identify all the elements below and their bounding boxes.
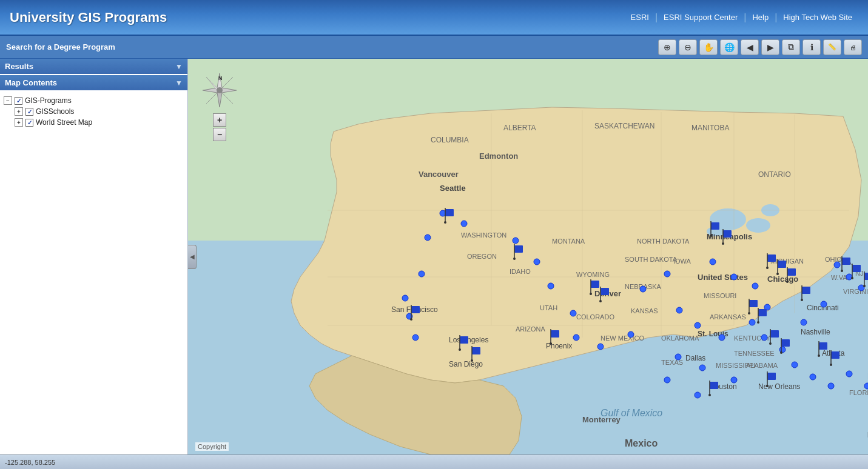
esri-link[interactable]: ESRI (625, 13, 655, 22)
globe-button[interactable]: 🌐 (720, 39, 738, 55)
wsm-checkbox[interactable] (25, 119, 33, 127)
help-link[interactable]: Help (746, 13, 775, 22)
marker-dot[interactable] (461, 221, 467, 227)
marker-dot[interactable] (834, 262, 840, 268)
results-label: Results (5, 62, 33, 71)
marker-dot[interactable] (752, 283, 758, 289)
marker-dot[interactable] (695, 392, 701, 398)
marker-dot[interactable] (513, 238, 519, 244)
tree-root-item[interactable]: − GIS-Programs (4, 95, 184, 106)
marker-dot[interactable] (675, 354, 681, 360)
toolbar: Search for a Degree Program ⊕ ⊖ ✋ 🌐 ◀ ▶ … (0, 36, 868, 59)
marker-dot[interactable] (664, 271, 670, 277)
marker-dot[interactable] (425, 234, 431, 241)
marker-dot[interactable] (402, 295, 408, 301)
svg-point-114 (766, 267, 769, 269)
marker-dot[interactable] (699, 365, 705, 371)
svg-point-141 (766, 385, 769, 387)
marker-dot[interactable] (597, 344, 604, 350)
marker-dot[interactable] (731, 274, 737, 280)
svg-text:United States: United States (698, 273, 748, 282)
marker-dot[interactable] (573, 334, 579, 341)
svg-rect-103 (551, 330, 559, 338)
forward-button[interactable]: ▶ (761, 39, 779, 55)
marker-dot[interactable] (779, 347, 786, 353)
gisschools-checkbox[interactable] (25, 108, 33, 116)
map-contents-label: Map Contents (5, 78, 57, 87)
svg-text:WASHINGTON: WASHINGTON (461, 231, 506, 239)
svg-rect-118 (787, 268, 796, 276)
svg-point-5 (746, 218, 770, 233)
coordinates-display: -125.288, 58.255 (5, 459, 55, 466)
marker-dot[interactable] (821, 301, 827, 307)
pan-button[interactable]: ✋ (699, 39, 718, 55)
header-nav: ESRI | ESRI Support Center | Help | High… (625, 12, 858, 23)
marker-dot[interactable] (846, 274, 852, 280)
layers-button[interactable]: ⧉ (782, 39, 800, 55)
map-contents-panel-header[interactable]: Map Contents ▼ (0, 75, 187, 90)
marker-dot[interactable] (719, 334, 725, 341)
sidebar: Results ▼ Map Contents ▼ − GIS-Programs … (0, 59, 188, 454)
svg-text:OHIO: OHIO (825, 256, 843, 263)
marker-dot[interactable] (810, 374, 816, 380)
marker-dot[interactable] (640, 286, 646, 292)
svg-text:IDAHO: IDAHO (510, 268, 531, 275)
back-button[interactable]: ◀ (741, 39, 759, 55)
zoom-in-map-btn[interactable]: + (213, 113, 226, 127)
svg-text:WYOMING: WYOMING (576, 271, 610, 278)
marker-dot[interactable] (695, 322, 701, 328)
svg-text:UTAH: UTAH (540, 304, 557, 311)
zoom-out-button[interactable]: ⊖ (679, 39, 697, 55)
map-container[interactable]: Gulf of Mexico Seattle San Francisco Los… (188, 59, 868, 454)
svg-point-174 (801, 299, 803, 301)
marker-dot[interactable] (749, 319, 755, 325)
marker-dot[interactable] (534, 259, 540, 265)
info-button[interactable]: ℹ (802, 39, 821, 55)
marker-dot[interactable] (676, 307, 682, 313)
world-street-map-item[interactable]: + World Street Map (15, 117, 184, 128)
svg-text:MANITOBA: MANITOBA (691, 124, 729, 132)
zoom-out-map-btn[interactable]: − (213, 128, 226, 141)
svg-point-108 (710, 234, 712, 237)
support-link[interactable]: ESRI Support Center (658, 13, 744, 22)
marker-dot[interactable] (846, 371, 852, 377)
marker-dot[interactable] (664, 377, 670, 383)
wsm-collapse-btn[interactable]: + (15, 118, 23, 127)
svg-text:FLORIDA: FLORIDA (849, 389, 868, 396)
results-panel-header[interactable]: Results ▼ (0, 59, 187, 74)
marker-dot[interactable] (548, 283, 554, 289)
svg-point-102 (599, 300, 602, 302)
marker-dot[interactable] (710, 259, 716, 265)
svg-point-129 (769, 342, 772, 345)
marker-dot[interactable] (801, 319, 807, 325)
svg-rect-127 (770, 330, 779, 338)
marker-dot[interactable] (731, 377, 737, 383)
marker-dot[interactable] (792, 362, 798, 368)
print-button[interactable]: 🖨 (844, 39, 862, 55)
compass-rose[interactable]: N (200, 71, 239, 110)
svg-point-120 (786, 281, 789, 283)
zoom-in-button[interactable]: ⊕ (658, 39, 676, 55)
svg-rect-115 (778, 261, 786, 268)
svg-text:COLUMBIA: COLUMBIA (431, 136, 469, 144)
marker-dot[interactable] (412, 334, 419, 341)
root-checkbox[interactable] (15, 97, 22, 105)
root-collapse-btn[interactable]: − (4, 96, 12, 105)
marker-dot[interactable] (628, 331, 634, 338)
gisschools-item[interactable]: + GISSchools (15, 106, 184, 117)
svg-point-135 (818, 354, 820, 357)
marker-dot[interactable] (570, 310, 576, 316)
svg-rect-148 (852, 265, 861, 272)
svg-text:TENNESSEE: TENNESSEE (734, 350, 775, 357)
sidebar-collapse-handle[interactable]: ◀ (188, 245, 197, 269)
svg-point-132 (780, 351, 782, 354)
measure-button[interactable]: 📏 (823, 39, 841, 55)
marker-dot[interactable] (761, 334, 767, 341)
marker-dot[interactable] (419, 271, 425, 277)
svg-rect-94 (514, 245, 523, 253)
marker-dot[interactable] (828, 383, 834, 389)
svg-text:Monterrey: Monterrey (582, 415, 621, 424)
marker-dot[interactable] (864, 383, 868, 389)
hightech-link[interactable]: High Tech Web Site (777, 13, 858, 22)
gisschools-collapse-btn[interactable]: + (15, 107, 23, 116)
